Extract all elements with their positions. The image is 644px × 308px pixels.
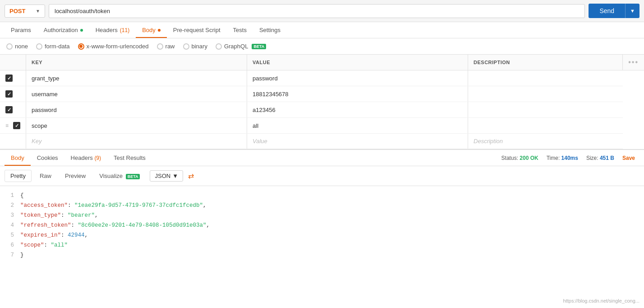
- line-number: 1: [0, 191, 20, 200]
- tab-body[interactable]: Body: [136, 22, 167, 38]
- tab-settings[interactable]: Settings: [253, 22, 287, 38]
- code-token: "scope": [20, 242, 44, 248]
- visualize-beta-badge: BETA: [126, 174, 140, 179]
- url-input[interactable]: [49, 4, 585, 18]
- option-form-data-label: form-data: [45, 43, 70, 50]
- code-token: "bearer": [68, 212, 95, 219]
- new-row-check-cell: [0, 134, 26, 149]
- tab-authorization[interactable]: Authorization: [37, 22, 89, 38]
- resp-tab-cookies[interactable]: Cookies: [31, 150, 64, 166]
- row-check-cell: [0, 86, 26, 102]
- body-dot: [158, 29, 161, 32]
- radio-none: [6, 43, 13, 50]
- row-key-cell[interactable]: scope: [26, 118, 247, 134]
- radio-raw: [157, 43, 163, 50]
- format-select-chevron: ▼: [172, 173, 178, 179]
- method-label: POST: [9, 8, 25, 14]
- row-desc-cell[interactable]: [468, 70, 623, 86]
- send-dropdown-button[interactable]: ▼: [625, 4, 639, 18]
- format-tab-visualize[interactable]: Visualize BETA: [94, 170, 145, 182]
- resp-tab-test-results[interactable]: Test Results: [107, 150, 152, 166]
- tab-tests[interactable]: Tests: [227, 22, 253, 38]
- tab-authorization-label: Authorization: [44, 27, 78, 33]
- row-check-cell: ≡: [0, 118, 26, 134]
- table-row: username 18812345678: [0, 86, 644, 102]
- code-line: 5 "expires_in": 42944,: [0, 230, 644, 240]
- authorization-dot: [80, 29, 83, 32]
- row-desc-cell[interactable]: [468, 86, 623, 102]
- code-token: }: [20, 252, 24, 258]
- graphql-beta-badge: BETA: [252, 44, 266, 49]
- new-row-desc-cell[interactable]: Description: [468, 134, 623, 149]
- option-form-data[interactable]: form-data: [36, 43, 70, 50]
- more-options-icon: •••: [628, 58, 639, 66]
- option-x-www-label: x-www-form-urlencoded: [87, 43, 149, 50]
- resp-tab-test-results-label: Test Results: [114, 154, 146, 161]
- code-token: ,: [85, 232, 88, 238]
- tab-settings-label: Settings: [259, 27, 281, 33]
- col-check: [0, 55, 26, 70]
- line-content: {: [20, 191, 24, 200]
- format-select[interactable]: JSON ▼: [150, 170, 183, 182]
- row-check-cell: [0, 70, 26, 86]
- col-description: DESCRIPTION: [468, 55, 623, 70]
- col-action: •••: [623, 55, 644, 70]
- tab-pre-request[interactable]: Pre-request Script: [167, 22, 227, 38]
- drag-handle-icon[interactable]: ≡: [5, 122, 9, 129]
- new-row-key-cell[interactable]: Key: [26, 134, 247, 149]
- send-btn-group: Send ▼: [589, 4, 639, 18]
- code-token: "8c60ee2e-9201-4e79-8408-105d0d91e03a": [78, 222, 207, 229]
- checkbox-1[interactable]: [5, 90, 13, 98]
- tab-params-label: Params: [11, 27, 31, 33]
- checkbox-2[interactable]: [5, 106, 13, 113]
- row-value-cell[interactable]: all: [247, 118, 468, 134]
- save-response-button[interactable]: Save: [622, 155, 635, 161]
- option-raw[interactable]: raw: [157, 43, 175, 50]
- checkbox-0[interactable]: [5, 75, 13, 82]
- radio-binary: [183, 43, 189, 50]
- option-x-www-form-urlencoded[interactable]: x-www-form-urlencoded: [78, 43, 149, 50]
- code-token: :: [68, 202, 74, 209]
- format-bar: Pretty Raw Preview Visualize BETA JSON ▼…: [0, 166, 644, 186]
- code-line: 2 "access_token": "1eae29fa-9d57-4719-97…: [0, 201, 644, 210]
- resp-tab-body[interactable]: Body: [5, 150, 31, 166]
- row-desc-cell[interactable]: [468, 102, 623, 118]
- row-key-cell[interactable]: grant_type: [26, 70, 247, 86]
- new-row-value-cell[interactable]: Value: [247, 134, 468, 149]
- tab-headers[interactable]: Headers (11): [89, 22, 136, 38]
- line-content: "expires_in": 42944,: [20, 231, 88, 240]
- tab-params[interactable]: Params: [5, 22, 37, 38]
- line-number: 2: [0, 201, 20, 210]
- wrap-icon[interactable]: ⇄: [186, 171, 196, 181]
- radio-graphql: [216, 43, 222, 50]
- format-tab-pretty[interactable]: Pretty: [5, 170, 32, 182]
- time-label: Time: 140ms: [547, 155, 578, 161]
- row-key-1: username: [32, 91, 58, 98]
- option-graphql[interactable]: GraphQL BETA: [216, 43, 266, 50]
- row-value-cell[interactable]: password: [247, 70, 468, 86]
- row-value-cell[interactable]: 18812345678: [247, 86, 468, 102]
- radio-x-www: [78, 43, 84, 50]
- row-value-1: 18812345678: [253, 91, 289, 98]
- line-content: "access_token": "1eae29fa-9d57-4719-9767…: [20, 201, 207, 210]
- line-number: 6: [0, 241, 20, 250]
- row-value-cell[interactable]: a123456: [247, 102, 468, 118]
- resp-tab-headers[interactable]: Headers (9): [64, 150, 107, 166]
- row-key-cell[interactable]: username: [26, 86, 247, 102]
- option-none[interactable]: none: [6, 43, 28, 50]
- params-table: KEY VALUE DESCRIPTION ••• grant_type: [0, 55, 644, 149]
- table-row: password a123456: [0, 102, 644, 118]
- option-none-label: none: [15, 43, 28, 50]
- method-select[interactable]: POST ▼: [5, 5, 45, 18]
- code-line: 7}: [0, 250, 644, 260]
- option-binary[interactable]: binary: [183, 43, 207, 50]
- format-tab-raw[interactable]: Raw: [34, 170, 57, 182]
- send-button[interactable]: Send: [589, 4, 625, 18]
- row-key-cell[interactable]: password: [26, 102, 247, 118]
- checkbox-3[interactable]: [13, 122, 20, 129]
- table-row: ≡ scope all: [0, 118, 644, 134]
- status-value: 200 OK: [520, 155, 538, 161]
- row-desc-cell[interactable]: [468, 118, 623, 134]
- format-tab-preview[interactable]: Preview: [60, 170, 91, 182]
- params-table-container: KEY VALUE DESCRIPTION ••• grant_type: [0, 55, 644, 149]
